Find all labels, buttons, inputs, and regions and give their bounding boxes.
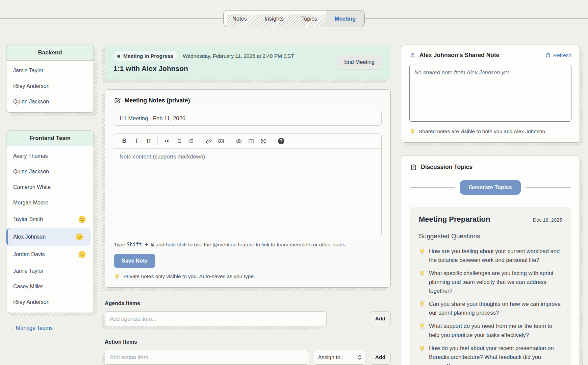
action-items-section: Action Items Assign to... Add xyxy=(105,339,391,365)
agenda-label: Agenda Items xyxy=(105,300,391,307)
generate-topics-button[interactable]: Generate Topics xyxy=(460,180,521,195)
member-name: Riley Anderson xyxy=(13,299,50,305)
suggested-questions-list: How are you feeling about your current w… xyxy=(419,247,562,365)
save-note-button[interactable]: Save Note xyxy=(114,254,155,268)
question-text: Can you share your thoughts on how we ca… xyxy=(429,299,562,317)
blockquote-icon[interactable] xyxy=(160,136,173,146)
team-member[interactable]: Cameron White xyxy=(6,179,94,195)
numbered-list-icon[interactable]: 1 2 3 xyxy=(185,136,197,146)
meeting-notes-card: Meeting Notes (private) B I H xyxy=(105,89,391,288)
teams-sidebar: Backend Jamie Taylor Riley Anderson xyxy=(6,27,94,331)
italic-icon[interactable]: I xyxy=(130,136,143,146)
member-name: Quinn Jackson xyxy=(13,169,49,175)
link-icon[interactable] xyxy=(203,136,215,146)
image-icon[interactable] xyxy=(215,136,227,146)
question-text: How are you feeling about your current w… xyxy=(429,247,562,264)
team-member[interactable]: Jamie Taylor xyxy=(6,63,94,78)
team-members-frontend: Avery Thomas Quinn Jackson Cameron White xyxy=(6,146,94,313)
tab[interactable]: Meeting xyxy=(326,10,364,27)
manage-teams-link[interactable]: → Manage Teams xyxy=(7,325,53,331)
member-name: Alex Johnson xyxy=(13,234,46,240)
team-card-frontend: Frontend Team Avery Thomas Quinn Jackson xyxy=(6,130,94,313)
suggested-question: What specific challenges are you facing … xyxy=(419,269,562,295)
member-name: Taylor Smith xyxy=(13,216,43,222)
team-member[interactable]: Alex Johnson xyxy=(6,228,91,246)
refresh-icon xyxy=(545,52,551,58)
lightbulb-icon xyxy=(419,345,426,352)
end-meeting-button[interactable]: End Meeting xyxy=(337,55,382,69)
side-by-side-icon[interactable] xyxy=(245,136,257,146)
add-agenda-button[interactable]: Add xyxy=(370,311,391,326)
agenda-item-input[interactable] xyxy=(105,311,327,326)
status-dot-icon xyxy=(117,55,120,58)
mention-shortcut: Shift + @ xyxy=(127,242,154,248)
tab[interactable]: Topics xyxy=(292,10,326,27)
tab[interactable]: Insights xyxy=(256,10,292,27)
refresh-link[interactable]: Refresh xyxy=(545,52,571,58)
team-member[interactable]: Riley Anderson xyxy=(6,78,94,94)
team-member[interactable]: Quinn Jackson xyxy=(6,94,94,110)
shared-note-textarea[interactable] xyxy=(409,65,571,122)
right-panel: Alex Johnson's Shared Note Refresh Share… xyxy=(401,27,580,365)
shared-note-card: Alex Johnson's Shared Note Refresh Share… xyxy=(401,45,580,143)
edit-note-icon xyxy=(114,97,121,104)
refresh-label: Refresh xyxy=(553,52,571,58)
tab[interactable]: Notes xyxy=(224,10,256,27)
preview-eye-icon[interactable] xyxy=(233,136,245,146)
member-name: Casey Miller xyxy=(13,284,43,290)
prep-date: Dec 18, 2025 xyxy=(533,217,562,223)
meeting-banner: Meeting in Progress Wednesday, February … xyxy=(105,45,391,79)
member-name: Morgan Moore xyxy=(13,200,48,206)
manage-teams-label: Manage Teams xyxy=(16,325,53,331)
prep-title: Meeting Preparation xyxy=(419,215,490,224)
editor-toolbar: B I H xyxy=(114,133,381,149)
toolbar-divider xyxy=(230,137,230,145)
member-name: Riley Anderson xyxy=(13,83,50,89)
suggested-question: How are you feeling about your current w… xyxy=(419,247,562,264)
right-arrow-icon: → xyxy=(7,325,13,331)
team-member[interactable]: Riley Anderson xyxy=(6,294,94,310)
member-name: Jamie Taylor xyxy=(13,268,44,274)
question-text: How do you feel about your recent presen… xyxy=(429,344,562,365)
suggested-question: How do you feel about your recent presen… xyxy=(419,344,562,365)
notes-card-title: Meeting Notes (private) xyxy=(125,97,190,104)
bullet-list-icon[interactable] xyxy=(173,136,185,146)
member-name: Jordan Davis xyxy=(13,251,45,258)
note-title-input[interactable] xyxy=(114,111,382,126)
member-name: Cameron White xyxy=(13,184,51,190)
bold-icon[interactable]: B xyxy=(118,136,130,146)
shared-note-hint: Shared notes are visible to both you and… xyxy=(419,128,546,135)
team-member[interactable]: Jamie Taylor xyxy=(6,263,94,279)
team-members-backend: Jamie Taylor Riley Anderson Quinn Jackso… xyxy=(6,61,94,112)
action-item-input[interactable] xyxy=(105,350,309,365)
team-name-frontend: Frontend Team xyxy=(6,130,94,146)
assign-to-select[interactable]: Assign to... xyxy=(314,350,365,365)
suggested-questions-heading: Suggested Questions xyxy=(419,233,562,240)
divider-line xyxy=(410,187,455,188)
heading-icon[interactable]: H xyxy=(143,136,155,146)
team-card-backend: Backend Jamie Taylor Riley Anderson xyxy=(6,45,94,113)
team-member[interactable]: Taylor Smith xyxy=(6,211,94,228)
team-member[interactable]: Quinn Jackson xyxy=(6,164,94,179)
team-member[interactable]: Avery Thomas xyxy=(6,148,94,164)
team-member[interactable]: Jordan Davis xyxy=(6,246,94,263)
lightbulb-icon xyxy=(409,128,416,135)
team-member[interactable]: Morgan Moore xyxy=(6,195,94,211)
member-name: Quinn Jackson xyxy=(13,99,49,105)
topics-card-title: Discussion Topics xyxy=(421,164,472,171)
member-name: Avery Thomas xyxy=(13,153,48,159)
tab-bar: Notes Insights Topics Meeting xyxy=(223,10,365,27)
add-action-button[interactable]: Add xyxy=(370,350,391,365)
question-text: What specific challenges are you facing … xyxy=(429,269,562,295)
team-member[interactable]: Casey Miller xyxy=(6,279,94,294)
member-name: Jamie Taylor xyxy=(13,68,44,74)
lightbulb-icon xyxy=(419,248,426,255)
note-content-textarea[interactable] xyxy=(114,149,381,235)
app: Notes Insights Topics Meeting Backend Ja… xyxy=(0,0,588,365)
meeting-datetime: Wednesday, February 11, 2026 at 2:40 PM … xyxy=(183,53,294,59)
status-label: Meeting in Progress xyxy=(123,53,173,59)
meeting-title: 1:1 with Alex Johnson xyxy=(113,65,294,73)
fullscreen-icon[interactable] xyxy=(257,136,269,146)
help-icon[interactable]: ? xyxy=(275,136,287,146)
team-name-backend: Backend xyxy=(6,45,94,61)
